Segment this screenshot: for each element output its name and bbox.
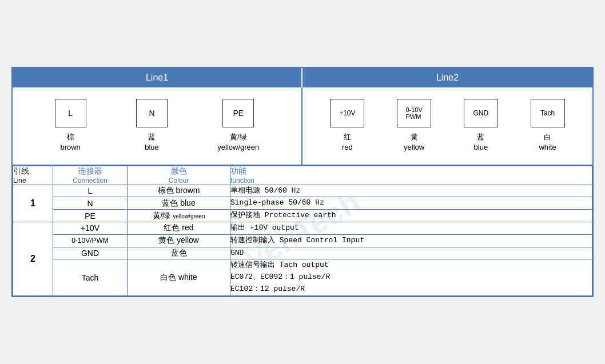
td-conn-tach: Tach [53,259,128,295]
td-colour-tach: 白色 white [128,259,230,295]
connector-L-box: L [55,99,86,127]
connector-L-label: 棕brown [60,132,80,153]
connector-N: N 蓝blue [136,99,168,153]
td-func-tach: 转速信号输出 Tach output EC072、EC092：1 pulse/R… [230,259,592,295]
connector-PE: PE 黄/绿yellow/green [217,99,259,153]
table-row: N 蓝色 blue Single-phase 50/60 Hz [13,197,592,210]
th-func-cn: 功能 [230,166,592,177]
line1-diagram: L 棕brown N 蓝blue PE 黄/绿yellow/green [13,87,302,164]
line2-header: Line2 [302,68,592,87]
connector-PWM: 0-10VPWM 黄yellow [397,99,431,153]
th-line-cn: 引线 [13,166,53,177]
td-func-L: 单相电源 50/60 Hz [230,185,592,197]
table-row: Tach 白色 white 转速信号输出 Tach output EC072、E… [13,259,592,295]
connector-Tach: Tach 白white [531,99,565,153]
td-colour-PE: 黄/绿 yellow/green [128,210,230,222]
td-line1: 1 [13,185,53,222]
td-conn-PE: PE [53,210,128,222]
line1-header: Line1 [13,68,302,87]
th-conn: 连接器 Connection [53,166,128,185]
td-line2: 2 [13,222,53,295]
line2-diagram: +10V 红red 0-10VPWM 黄yellow GND 蓝blue Tac… [302,87,592,164]
connector-GND: GND 蓝blue [464,99,498,153]
td-colour-10V: 红色 red [128,222,230,234]
td-conn-L: L [53,185,128,197]
td-func-10V: 输出 +10V output [230,222,592,234]
data-table-wrapper: VenTech 引线 Line 连接器 Connection 颜色 Colour [13,166,592,296]
td-conn-N: N [53,197,128,210]
td-func-N: Single-phase 50/60 Hz [230,197,592,210]
connector-N-label: 蓝blue [145,132,159,153]
td-colour-pwm: 黄色 yellow [128,234,230,247]
td-func-PE: 保护接地 Protective earth [230,210,592,222]
connector-GND-box: GND [464,99,498,127]
connector-N-box: N [136,99,168,127]
th-function: 功能 function [230,166,592,185]
th-line: 引线 Line [13,166,53,185]
th-conn-en: Connection [53,177,127,185]
table-row: GND 蓝色 GND [13,247,592,259]
th-colour-en: Colour [128,177,230,185]
table-row: PE 黄/绿 yellow/green 保护接地 Protective eart… [13,210,592,222]
connector-10V: +10V 红red [330,99,364,153]
th-colour-cn: 颜色 [128,166,230,177]
td-colour-N: 蓝色 blue [128,197,230,210]
connector-Tach-label: 白white [539,132,556,153]
td-conn-pwm: 0-10V/PWM [53,234,128,247]
connector-10V-label: 红red [342,132,353,153]
connector-10V-box: +10V [330,99,364,127]
td-colour-L: 棕色 browm [128,185,230,197]
td-conn-10V: +10V [53,222,128,234]
th-conn-cn: 连接器 [53,166,127,177]
data-table: 引线 Line 连接器 Connection 颜色 Colour 功能 func… [13,166,592,296]
connector-PWM-box: 0-10VPWM [397,99,431,127]
connector-PWM-label: 黄yellow [404,132,424,153]
table-row: 0-10V/PWM 黄色 yellow 转速控制输入 Speed Control… [13,234,592,247]
td-func-pwm: 转速控制输入 Speed Control Input [230,234,592,247]
connector-PE-box: PE [222,99,254,127]
th-line-en: Line [13,177,53,185]
td-colour-gnd: 蓝色 [128,247,230,259]
table-row: 1 L 棕色 browm 单相电源 50/60 Hz [13,185,592,197]
header-row: Line1 Line2 [13,68,592,87]
diagram-row: L 棕brown N 蓝blue PE 黄/绿yellow/green +10V… [13,87,592,165]
connector-GND-label: 蓝blue [474,132,488,153]
connector-L: L 棕brown [55,99,86,153]
th-func-en: function [230,177,592,185]
table-header-row: 引线 Line 连接器 Connection 颜色 Colour 功能 func… [13,166,592,185]
connector-Tach-box: Tach [531,99,565,127]
table-row: 2 +10V 红色 red 输出 +10V output [13,222,592,234]
td-conn-gnd: GND [53,247,128,259]
connector-PE-label: 黄/绿yellow/green [217,132,259,153]
td-func-gnd: GND [230,247,592,259]
th-colour: 颜色 Colour [128,166,230,185]
